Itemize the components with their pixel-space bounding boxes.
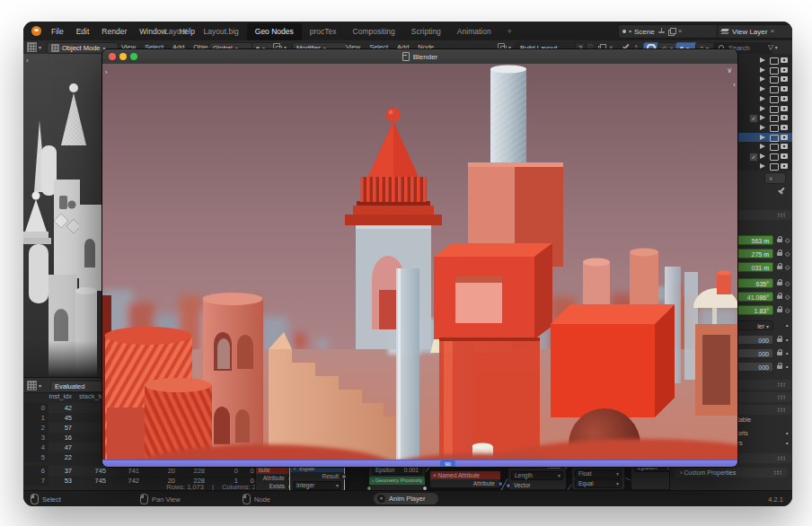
- monitor-icon[interactable]: [770, 144, 779, 151]
- stop-icon[interactable]: ×: [377, 495, 385, 503]
- cursor-icon[interactable]: [760, 115, 765, 120]
- new-scene-icon[interactable]: [668, 28, 675, 35]
- lock-icon[interactable]: [777, 252, 783, 258]
- sidebar-toggle-icon[interactable]: ›: [26, 57, 29, 65]
- anim-player-indicator[interactable]: × Anim Player: [374, 493, 438, 504]
- camera-icon[interactable]: [781, 115, 788, 120]
- menu-item-file[interactable]: File: [45, 27, 70, 36]
- monitor-icon[interactable]: [770, 86, 779, 93]
- animate-dot-icon[interactable]: •: [786, 350, 788, 356]
- animate-dot-icon[interactable]: •: [786, 364, 788, 370]
- menu-item-edit[interactable]: Edit: [70, 27, 96, 36]
- node-named-attribute-a[interactable]: bute Attribute Exists: [255, 465, 291, 490]
- lock-icon[interactable]: [777, 365, 783, 371]
- monitor-icon[interactable]: [770, 125, 779, 132]
- workspace-tab-scripting[interactable]: Scripting: [403, 23, 449, 40]
- close-icon[interactable]: ×: [770, 28, 774, 35]
- camera-icon[interactable]: [781, 135, 788, 140]
- node-dropdown[interactable]: Length▾: [511, 471, 563, 480]
- camera-icon[interactable]: [781, 96, 788, 101]
- outliner-row[interactable]: [737, 56, 792, 65]
- cursor-icon[interactable]: [760, 163, 765, 169]
- cursor-icon[interactable]: [760, 57, 765, 63]
- workspace-tab-proctex[interactable]: procTex: [302, 23, 345, 40]
- render-view[interactable]: › ∨ ‹: [102, 64, 737, 460]
- camera-icon[interactable]: [781, 153, 788, 159]
- camera-icon[interactable]: [781, 144, 788, 149]
- outliner[interactable]: ✓✓: [737, 54, 792, 171]
- node-dropdown[interactable]: Float▾: [575, 469, 622, 478]
- node-dropdown[interactable]: Integer▾: [293, 481, 341, 490]
- view-layer-selector[interactable]: View Layer ×: [717, 24, 792, 39]
- outliner-row[interactable]: [737, 75, 792, 83]
- node-dropdown[interactable]: Equal▾: [575, 479, 622, 488]
- pin-icon[interactable]: [775, 185, 787, 197]
- camera-icon[interactable]: [781, 106, 788, 111]
- keyframe-icon[interactable]: ◇: [785, 294, 790, 301]
- cursor-icon[interactable]: [760, 144, 765, 149]
- close-icon[interactable]: ×: [678, 28, 683, 35]
- panel-header-custom-properties[interactable]: › Custom Properties: [675, 468, 788, 478]
- viewport-3d[interactable]: ›: [23, 54, 102, 377]
- animate-dot-icon[interactable]: •: [786, 440, 788, 446]
- region-toggle-icon[interactable]: ‹: [733, 82, 736, 89]
- animate-dot-icon[interactable]: •: [786, 430, 788, 436]
- outliner-filter-button[interactable]: ▽ ▾: [768, 42, 778, 52]
- outliner-row[interactable]: [737, 84, 792, 93]
- workspace-tab-animation[interactable]: Animation: [449, 23, 499, 40]
- monitor-icon[interactable]: [770, 135, 779, 142]
- monitor-icon[interactable]: [770, 67, 779, 75]
- lock-icon[interactable]: [777, 338, 783, 344]
- monitor-icon[interactable]: [770, 96, 779, 103]
- region-toggle-icon[interactable]: ∨: [727, 67, 732, 75]
- lock-icon[interactable]: [777, 282, 783, 287]
- outliner-row[interactable]: [737, 66, 792, 75]
- lock-icon[interactable]: [777, 295, 783, 301]
- keyframe-icon[interactable]: ◇: [785, 307, 790, 314]
- camera-icon[interactable]: [781, 76, 788, 82]
- monitor-icon[interactable]: [770, 57, 779, 65]
- monitor-icon[interactable]: [770, 76, 779, 83]
- outliner-row[interactable]: [737, 133, 792, 142]
- lock-icon[interactable]: [777, 309, 783, 314]
- cursor-icon[interactable]: [760, 135, 765, 140]
- workspace-tab-compositing[interactable]: Compositing: [345, 23, 403, 40]
- outliner-row[interactable]: [737, 104, 792, 113]
- monitor-icon[interactable]: [770, 153, 779, 161]
- outliner-row[interactable]: [737, 94, 792, 103]
- keyframe-icon[interactable]: ◇: [785, 280, 790, 287]
- keyframe-icon[interactable]: ◇: [785, 237, 790, 244]
- region-toggle-icon[interactable]: ›: [105, 69, 108, 76]
- lock-icon[interactable]: [777, 266, 783, 271]
- lock-icon[interactable]: [777, 239, 783, 244]
- blender-logo-icon[interactable]: [31, 26, 41, 36]
- editor-type-viewport[interactable]: ▾: [27, 42, 41, 52]
- camera-icon[interactable]: [781, 163, 788, 169]
- render-window-titlebar[interactable]: Blender: [102, 49, 737, 65]
- monitor-icon[interactable]: [770, 106, 779, 113]
- cursor-icon[interactable]: [760, 86, 765, 92]
- keyframe-icon[interactable]: ◇: [785, 250, 790, 258]
- outliner-row[interactable]: ✓: [737, 152, 792, 161]
- outliner-row[interactable]: [737, 123, 792, 132]
- camera-icon[interactable]: [781, 57, 788, 63]
- checkbox-icon[interactable]: ✓: [749, 153, 758, 162]
- outliner-row[interactable]: [737, 142, 792, 151]
- cursor-icon[interactable]: [760, 67, 765, 73]
- animate-dot-icon[interactable]: •: [786, 337, 788, 343]
- cursor-icon[interactable]: [760, 153, 765, 159]
- cursor-icon[interactable]: [760, 125, 765, 130]
- workspace-tab-layout[interactable]: Layout: [156, 23, 196, 40]
- workspace-tab--[interactable]: +: [499, 23, 520, 40]
- menu-item-render[interactable]: Render: [95, 27, 133, 36]
- properties-tabs-dropdown[interactable]: ∨: [764, 172, 786, 184]
- timeline-playhead[interactable]: 90: [440, 460, 455, 468]
- outliner-row[interactable]: ✓: [737, 113, 792, 122]
- workspace-tab-layout-big[interactable]: Layout.big: [196, 23, 247, 40]
- monitor-icon[interactable]: [770, 115, 779, 122]
- camera-icon[interactable]: [781, 86, 788, 92]
- cursor-icon[interactable]: [760, 106, 765, 111]
- animate-dot-icon[interactable]: •: [786, 322, 788, 329]
- render-window[interactable]: Blender › ∨ ‹: [102, 48, 738, 468]
- node-named-attribute-b[interactable]: × Named Attribute Attribute: [429, 470, 501, 488]
